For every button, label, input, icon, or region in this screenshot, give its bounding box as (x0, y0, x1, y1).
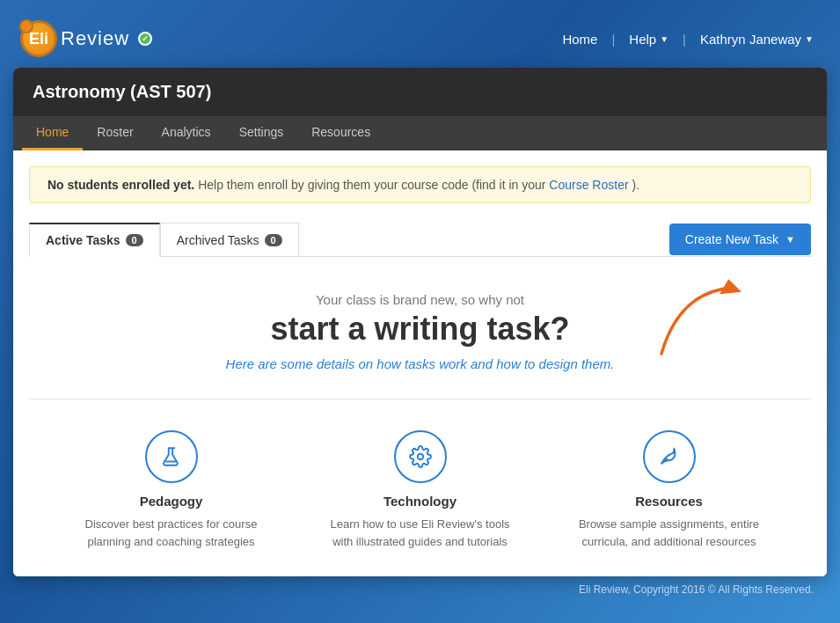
online-status-icon (138, 32, 152, 46)
archived-tasks-tab[interactable]: Archived Tasks 0 (160, 223, 299, 256)
alert-bold-text: No students enrolled yet. (47, 178, 194, 192)
tasks-tabs: Active Tasks 0 Archived Tasks 0 (29, 223, 299, 256)
pedagogy-icon (145, 430, 198, 483)
course-nav-home[interactable]: Home (22, 116, 83, 150)
course-nav-resources[interactable]: Resources (297, 116, 384, 150)
top-nav-links: Home | Help ▼ | Kathryn Janeway ▼ (562, 32, 814, 47)
user-dropdown-arrow-icon: ▼ (805, 34, 814, 44)
course-roster-link[interactable]: Course Roster (549, 178, 628, 192)
arrow-decoration (653, 275, 758, 375)
main-content: Your class is brand new, so why not star… (13, 257, 827, 576)
nav-divider: | (611, 32, 615, 47)
active-tasks-label: Active Tasks (46, 233, 121, 247)
active-tasks-tab[interactable]: Active Tasks 0 (29, 223, 160, 257)
create-task-arrow-icon: ▼ (785, 234, 795, 245)
course-header: Astronomy (AST 507) (13, 68, 827, 116)
help-dropdown[interactable]: Help ▼ (629, 32, 668, 47)
help-link: Help (629, 32, 656, 47)
enrollment-alert: No students enrolled yet. Help them enro… (29, 166, 811, 203)
feature-pedagogy: Pedagogy Discover best practices for cou… (75, 430, 268, 550)
course-title: Astronomy (AST 507) (33, 82, 807, 102)
feature-resources: Resources Browse sample assignments, ent… (573, 430, 766, 550)
feature-technology: Technology Learn how to use Eli Review's… (324, 430, 517, 550)
promo-link[interactable]: Here are some details on how tasks work … (226, 356, 615, 371)
tasks-section: Active Tasks 0 Archived Tasks 0 Create N… (13, 212, 827, 257)
logo-text: Review (61, 27, 129, 50)
pedagogy-desc: Discover best practices for course plann… (75, 516, 268, 550)
user-dropdown[interactable]: Kathryn Janeway ▼ (700, 32, 814, 47)
resources-title: Resources (573, 494, 766, 509)
footer-text: Eli Review, Copyright 2016 © All Rights … (579, 583, 814, 596)
logo-initials: Eli (29, 30, 48, 48)
section-divider (29, 399, 811, 399)
nav-divider-2: | (683, 32, 686, 47)
home-nav-link[interactable]: Home (562, 32, 597, 47)
features-row: Pedagogy Discover best practices for cou… (29, 421, 811, 559)
active-tasks-badge: 0 (126, 234, 143, 246)
archived-tasks-label: Archived Tasks (177, 233, 259, 247)
course-nav-settings[interactable]: Settings (225, 116, 298, 150)
course-nav-analytics[interactable]: Analytics (148, 116, 225, 150)
resources-desc: Browse sample assignments, entire curric… (573, 516, 766, 550)
archived-tasks-badge: 0 (265, 234, 282, 246)
alert-closing-text: ). (632, 178, 640, 192)
logo-area: Eli Review (20, 20, 152, 57)
footer: Eli Review, Copyright 2016 © All Rights … (13, 576, 827, 596)
technology-title: Technology (324, 494, 517, 509)
help-dropdown-arrow-icon: ▼ (660, 34, 668, 44)
technology-desc: Learn how to use Eli Review's tools with… (324, 516, 517, 550)
user-name: Kathryn Janeway (700, 32, 801, 47)
course-nav-roster[interactable]: Roster (83, 116, 147, 150)
top-navigation: Eli Review Home | Help ▼ | Kathryn Janew… (13, 13, 827, 68)
course-nav: Home Roster Analytics Settings Resources (13, 116, 827, 150)
svg-marker-0 (717, 277, 741, 296)
resources-icon (643, 430, 696, 483)
technology-icon (394, 430, 447, 483)
pedagogy-title: Pedagogy (75, 494, 268, 509)
tasks-header: Active Tasks 0 Archived Tasks 0 Create N… (29, 223, 811, 257)
svg-point-2 (417, 454, 423, 460)
create-task-label: Create New Task (685, 232, 778, 246)
logo-icon: Eli (20, 20, 57, 57)
main-card: Astronomy (AST 507) Home Roster Analytic… (13, 68, 827, 576)
create-task-button[interactable]: Create New Task ▼ (669, 224, 811, 255)
alert-body-text: Help them enroll by giving them your cou… (198, 178, 549, 192)
writing-promo: Your class is brand new, so why not star… (29, 266, 811, 390)
